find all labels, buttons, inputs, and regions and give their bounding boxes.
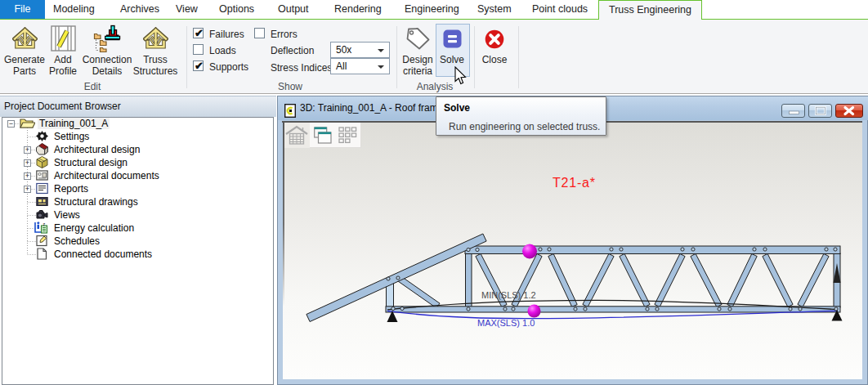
svg-text:MIN(SLS) 1.2: MIN(SLS) 1.2 xyxy=(481,290,536,300)
svg-text:MAX(SLS) 1.0: MAX(SLS) 1.0 xyxy=(477,318,535,328)
svg-text:z: z xyxy=(43,222,46,226)
